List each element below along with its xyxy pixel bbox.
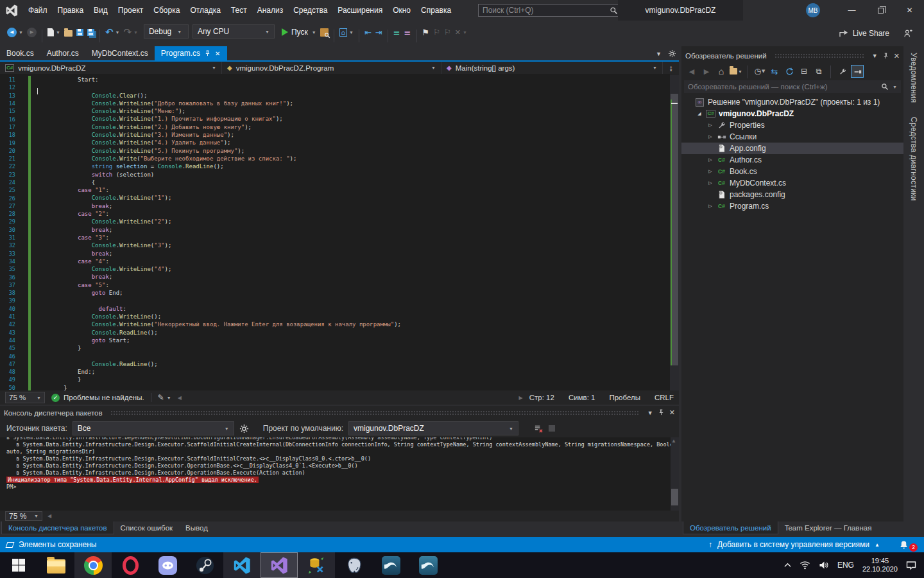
- health-indicator[interactable]: ✓ Проблемы не найдены.: [51, 394, 144, 402]
- pin-icon[interactable]: [205, 50, 210, 57]
- side-tab-Уведомления[interactable]: Уведомления: [909, 49, 918, 107]
- menu-item-Сборка[interactable]: Сборка: [148, 0, 185, 21]
- sync-with-active-document-icon[interactable]: ⇆: [768, 65, 781, 78]
- default-project-dropdown[interactable]: vmigunov.DbPracDZ▼: [348, 421, 518, 435]
- tree-item[interactable]: ▷Properties: [681, 119, 903, 131]
- console-vertical-scrollbar[interactable]: ▲: [671, 437, 679, 511]
- member-dropdown[interactable]: ◆ Main(string[] args)▼: [441, 62, 662, 74]
- tab-Program.cs[interactable]: Program.cs✕: [155, 46, 227, 60]
- quick-search-box[interactable]: [478, 4, 622, 17]
- switch-views-icon[interactable]: ▼: [730, 65, 742, 78]
- tab-MyDbContext.cs[interactable]: MyDbContext.cs: [85, 46, 155, 60]
- show-all-files-icon[interactable]: [851, 65, 864, 78]
- undo-button[interactable]: ↶▼: [103, 24, 122, 40]
- preview-in-browser-button[interactable]: ⌂▼: [338, 24, 355, 40]
- attach-to-process-button[interactable]: [318, 24, 330, 40]
- next-bookmark-button[interactable]: ⚐: [442, 24, 453, 40]
- redo-button[interactable]: ↷▼: [121, 24, 140, 40]
- feedback-button[interactable]: [902, 26, 915, 41]
- menu-item-Справка[interactable]: Справка: [416, 0, 456, 21]
- code-editor[interactable]: 11 Start:1213 Console.Clear();14 Console…: [0, 74, 670, 390]
- search-icon[interactable]: [881, 83, 889, 91]
- pending-changes-filter-icon[interactable]: ◷▼: [753, 65, 766, 78]
- comment-lines-button[interactable]: ≡: [402, 24, 413, 40]
- taskbar-app-visual-studio[interactable]: [261, 552, 298, 578]
- window-position-chevron-icon[interactable]: ▼: [872, 53, 878, 59]
- stop-button[interactable]: [549, 425, 555, 432]
- tab-Author.cs[interactable]: Author.cs: [40, 46, 85, 60]
- taskbar-app-vscode[interactable]: [223, 552, 261, 578]
- taskbar-app-file-explorer[interactable]: [37, 552, 74, 578]
- menu-item-Средства[interactable]: Средства: [288, 0, 332, 21]
- menu-item-Отладка[interactable]: Отладка: [185, 0, 225, 21]
- previous-bookmark-button[interactable]: ⚐: [431, 24, 442, 40]
- tree-item[interactable]: ◢C#vmigunov.DbPracDZ: [681, 108, 903, 119]
- save-all-button[interactable]: [85, 24, 96, 40]
- type-dropdown[interactable]: ◆ vmigunov.DbPracDZ.Program▼: [222, 62, 441, 74]
- menu-item-Файл[interactable]: Файл: [23, 0, 53, 21]
- collapsed-arrow-icon[interactable]: ▷: [707, 169, 714, 174]
- editor-horizontal-scrollbar[interactable]: ◀▶: [178, 394, 523, 401]
- document-list-chevron-icon[interactable]: ▼: [656, 51, 662, 57]
- collapsed-arrow-icon[interactable]: ▷: [707, 157, 714, 162]
- search-input[interactable]: [479, 6, 610, 15]
- tree-item[interactable]: ∞Решение "vmigunov.DbPracDZ" (проекты: 1…: [681, 96, 903, 108]
- navigate-forward-button[interactable]: ▶: [25, 24, 38, 40]
- language-indicator[interactable]: ENG: [837, 561, 854, 570]
- user-avatar[interactable]: МВ: [806, 3, 820, 17]
- pin-icon[interactable]: [883, 53, 889, 60]
- zoom-select[interactable]: 75 %▼: [5, 392, 45, 403]
- menu-item-Тест[interactable]: Тест: [226, 0, 252, 21]
- taskbar-app-discord[interactable]: [149, 552, 186, 578]
- back-icon[interactable]: ◀: [685, 65, 698, 78]
- properties-wrench-icon[interactable]: [836, 65, 849, 78]
- save-button[interactable]: [74, 24, 85, 40]
- menu-item-Проект[interactable]: Проект: [113, 0, 149, 21]
- configuration-dropdown[interactable]: Debug▼: [144, 24, 189, 39]
- volume-icon[interactable]: [819, 561, 829, 570]
- navigate-forward-code-button[interactable]: ⇥: [373, 24, 384, 40]
- home-icon[interactable]: ⌂: [715, 65, 728, 78]
- side-tab-Средства диагностики[interactable]: Средства диагностики: [909, 113, 918, 205]
- taskbar-app-mysql-workbench[interactable]: [372, 552, 409, 578]
- wifi-icon[interactable]: [800, 561, 810, 570]
- tree-item[interactable]: packages.config: [681, 189, 903, 200]
- menu-item-Правка[interactable]: Правка: [53, 0, 89, 21]
- preview-selected-items-icon[interactable]: ⧉: [812, 65, 825, 78]
- live-share-button[interactable]: Live Share: [837, 26, 891, 41]
- taskbar-app-mysql-workbench-2[interactable]: [409, 552, 447, 578]
- package-source-dropdown[interactable]: Все▼: [73, 421, 234, 435]
- taskbar-app-steam[interactable]: [186, 552, 223, 578]
- collapse-all-icon[interactable]: ⊟: [798, 65, 810, 78]
- notifications-bell-icon[interactable]: [899, 540, 909, 550]
- tree-item[interactable]: ▷C#Author.cs: [681, 154, 903, 166]
- tree-item[interactable]: ▷C#Book.cs: [681, 166, 903, 177]
- taskbar-start-button[interactable]: [0, 552, 37, 578]
- console-output-area[interactable]: в System.Data.Entity.Infrastructure.Depe…: [0, 437, 679, 511]
- taskbar-app-database-tool[interactable]: [298, 552, 335, 578]
- close-icon[interactable]: ✕: [894, 52, 900, 60]
- menu-item-Анализ[interactable]: Анализ: [252, 0, 289, 21]
- tray-expand-chevron-icon[interactable]: [784, 563, 791, 568]
- menu-item-Окно[interactable]: Окно: [388, 0, 416, 21]
- project-dropdown[interactable]: C# vmigunov.DbPracDZ▼: [0, 62, 222, 74]
- new-file-button[interactable]: ▼: [46, 24, 62, 40]
- close-button[interactable]: ✕: [895, 0, 924, 21]
- solution-search-input[interactable]: [688, 83, 881, 91]
- chevron-up-icon[interactable]: ▲: [875, 542, 880, 548]
- tab-options-gear-icon[interactable]: [668, 49, 676, 58]
- tree-item[interactable]: ▷C#MyDbContext.cs: [681, 177, 903, 189]
- add-to-source-control-button[interactable]: Добавить в систему управления версиями: [717, 540, 869, 549]
- taskbar-app-chrome[interactable]: [74, 552, 112, 578]
- action-center-icon[interactable]: [906, 561, 916, 570]
- platform-dropdown[interactable]: Any CPU▼: [193, 24, 275, 39]
- panel-tab-Обозреватель решений[interactable]: Обозреватель решений: [683, 521, 778, 534]
- toggle-bookmark-button[interactable]: ⚑: [420, 24, 432, 40]
- menu-item-Расширения[interactable]: Расширения: [332, 0, 388, 21]
- console-tab-Список ошибок[interactable]: Список ошибок: [114, 521, 180, 534]
- console-tab-Консоль диспетчера пакетов[interactable]: Консоль диспетчера пакетов: [1, 521, 114, 534]
- panel-tab-Team Explorer — Главная[interactable]: Team Explorer — Главная: [778, 521, 878, 534]
- close-icon[interactable]: ✕: [215, 50, 220, 57]
- tab-Book.cs[interactable]: Book.cs: [0, 46, 40, 60]
- expanded-arrow-icon[interactable]: ◢: [696, 111, 703, 116]
